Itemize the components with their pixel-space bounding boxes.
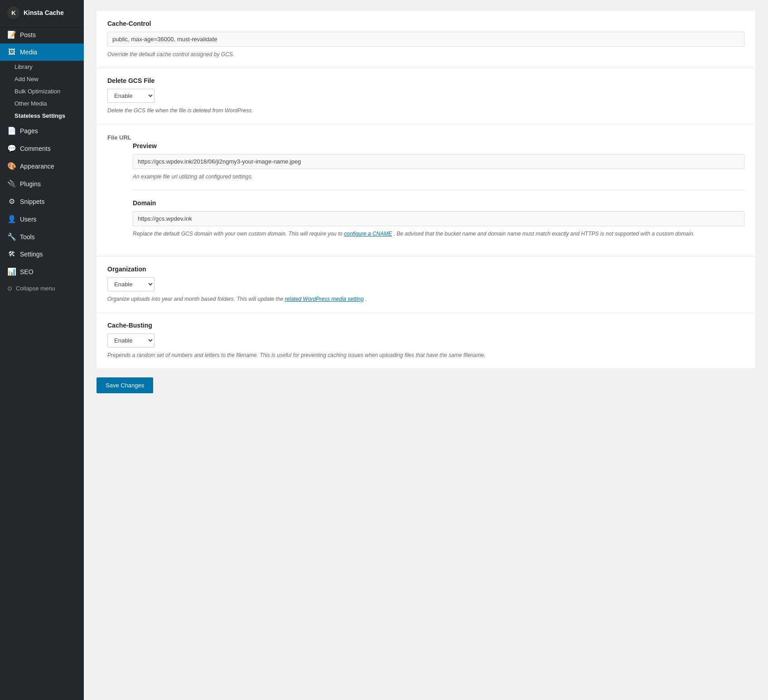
appearance-icon: 🎨 [7,162,16,170]
media-submenu: Library Add New Bulk Optimization Other … [0,61,84,122]
comments-icon: 💬 [7,144,16,153]
cache-control-desc: Override the default cache control assig… [107,50,744,58]
settings-section: Cache-Control Override the default cache… [97,11,755,368]
organization-group: Organization Enable Disable Organize upl… [97,256,755,313]
cache-control-input[interactable] [107,32,744,47]
sidebar-item-media[interactable]: 🖼 Media ◀ [0,43,84,61]
cache-control-label: Cache-Control [107,20,744,27]
sidebar-item-snippets[interactable]: ⚙ Snippets [0,193,84,210]
delete-gcs-file-desc: Delete the GCS file when the file is del… [107,106,744,115]
cache-busting-label: Cache-Busting [107,322,744,329]
cache-busting-select[interactable]: Enable Disable [107,333,155,348]
related-wp-media-link[interactable]: related WordPress media setting [285,296,364,302]
posts-icon: 📝 [7,30,16,39]
configure-cname-link[interactable]: configure a CNAME [344,231,392,237]
cache-busting-desc: Prepends a random set of numbers and let… [107,351,744,359]
delete-gcs-file-group: Delete GCS File Enable Disable Delete th… [97,68,755,124]
domain-desc: Replace the default GCS domain with your… [133,230,744,238]
submenu-library[interactable]: Library [7,61,84,73]
collapse-icon: ⊙ [7,285,12,292]
media-arrow-icon: ◀ [72,49,77,55]
sidebar-item-users[interactable]: 👤 Users [0,210,84,228]
main-content: Cache-Control Override the default cache… [84,0,768,700]
file-url-side-label: File URL [97,124,133,256]
collapse-menu-button[interactable]: ⊙ Collapse menu [0,280,84,296]
cache-busting-group: Cache-Busting Enable Disable Prepends a … [97,313,755,368]
delete-gcs-file-select[interactable]: Enable Disable [107,89,155,103]
sidebar-brand: K Kinsta Cache [0,0,84,26]
media-icon: 🖼 [7,48,16,56]
organization-label: Organization [107,266,744,273]
organization-desc: Organize uploads into year and month bas… [107,295,744,303]
cache-control-group: Cache-Control Override the default cache… [97,11,755,68]
preview-desc: An example file url utilizing all config… [133,173,744,181]
domain-input[interactable] [133,211,744,226]
file-url-row: File URL Preview An example file url uti… [97,124,755,256]
plugins-icon: 🔌 [7,179,16,188]
users-icon: 👤 [7,215,16,223]
domain-label: Domain [133,199,744,207]
sidebar-item-appearance[interactable]: 🎨 Appearance [0,157,84,175]
seo-icon: 📊 [7,267,16,276]
save-changes-button[interactable]: Save Changes [97,377,153,393]
preview-input[interactable] [133,154,744,169]
sidebar-item-plugins[interactable]: 🔌 Plugins [0,175,84,193]
pages-icon: 📄 [7,126,16,135]
submenu-add-new[interactable]: Add New [7,73,84,85]
organization-select[interactable]: Enable Disable [107,277,155,291]
delete-gcs-file-label: Delete GCS File [107,77,744,84]
domain-group: Domain Replace the default GCS domain wi… [133,190,744,247]
sidebar-item-tools[interactable]: 🔧 Tools [0,228,84,246]
submenu-stateless-settings[interactable]: Stateless Settings [7,110,84,122]
settings-icon: 🛠 [7,250,16,258]
sidebar-item-pages[interactable]: 📄 Pages [0,122,84,140]
sidebar-item-settings[interactable]: 🛠 Settings [0,246,84,263]
file-url-content: Preview An example file url utilizing al… [133,124,755,256]
preview-label: Preview [133,142,744,150]
sidebar: K Kinsta Cache 📝 Posts 🖼 Media ◀ Library… [0,0,84,700]
brand-icon: K [7,6,20,19]
snippets-icon: ⚙ [7,197,16,206]
preview-group: Preview An example file url utilizing al… [133,133,744,190]
tools-icon: 🔧 [7,232,16,241]
sidebar-item-comments[interactable]: 💬 Comments [0,140,84,157]
submenu-other-media[interactable]: Other Media [7,97,84,110]
submenu-bulk-optimization[interactable]: Bulk Optimization [7,85,84,97]
sidebar-item-posts[interactable]: 📝 Posts [0,26,84,43]
sidebar-item-seo[interactable]: 📊 SEO [0,263,84,280]
